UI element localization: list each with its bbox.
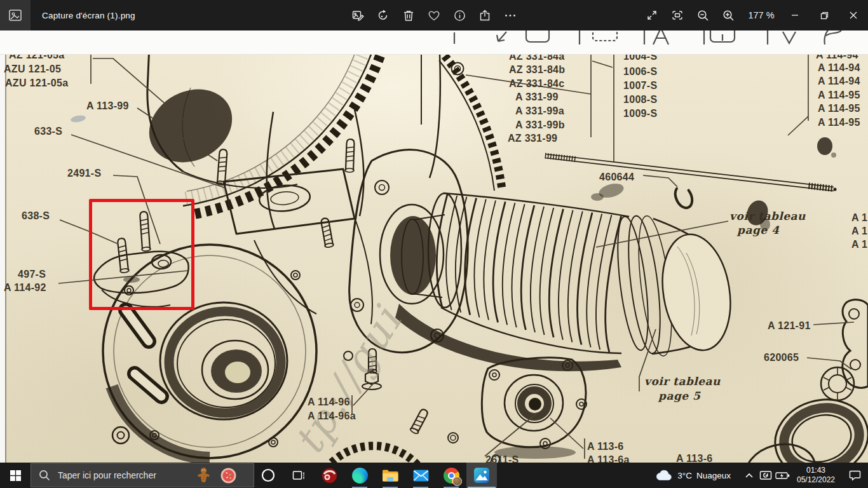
zoom-out-icon — [697, 10, 709, 22]
close-icon — [850, 11, 857, 19]
cropped-flag-icon — [824, 30, 841, 44]
start-button[interactable] — [0, 463, 31, 488]
cloud-icon — [656, 470, 673, 481]
notification-icon — [849, 470, 861, 481]
close-button[interactable] — [839, 0, 868, 30]
watermark-text: tp://gui — [285, 298, 412, 463]
window-title: Capture d'écran (1).png — [42, 0, 135, 30]
long-rod — [545, 153, 837, 192]
battery-charging-icon — [775, 471, 790, 480]
gingerbread-man-icon — [197, 467, 210, 484]
holiday-cookie-icon — [220, 467, 237, 484]
fit-to-window-icon — [671, 10, 684, 21]
file-explorer-icon — [382, 469, 398, 482]
taskbar-item-file-explorer[interactable] — [375, 463, 405, 488]
chrome-profile-avatar — [452, 477, 462, 486]
gasket — [843, 300, 868, 388]
restore-icon — [820, 11, 829, 20]
search-icon — [39, 470, 50, 481]
heart-icon — [428, 10, 440, 22]
show-hidden-icons-button[interactable] — [741, 463, 757, 488]
photos-app-window: Capture d'écran (1).png — [0, 0, 868, 488]
ellipsis-icon — [504, 10, 517, 22]
zoom-level: 177 % — [741, 10, 782, 20]
taskbar-item-browser-red[interactable] — [314, 463, 344, 488]
cropped-dropper-icon — [783, 32, 796, 43]
red-browser-icon — [322, 468, 337, 484]
zoom-out-button[interactable] — [690, 0, 715, 30]
taskbar-item-chrome[interactable] — [436, 463, 466, 488]
taskbar: 3°C Nuageux 01:43 05/12/2022 — [0, 463, 868, 488]
cropped-select-icon — [593, 30, 617, 41]
weather-condition: Nuageux — [696, 471, 731, 480]
tray-cast-display[interactable] — [757, 463, 774, 488]
taskbar-item-edge[interactable] — [344, 463, 375, 488]
taskbar-item-photos[interactable] — [466, 463, 497, 488]
cropped-shape-icon — [526, 30, 549, 42]
edit-image-button[interactable] — [345, 0, 370, 30]
image-embedded-toolbar — [0, 30, 868, 55]
delete-icon — [403, 10, 414, 22]
favorite-button[interactable] — [421, 0, 447, 30]
titlebar-toolbar — [345, 0, 523, 30]
rotate-icon — [377, 9, 390, 22]
windows-logo-icon — [10, 470, 21, 481]
minimize-icon — [791, 11, 799, 19]
taskbar-search[interactable] — [31, 463, 254, 487]
info-icon — [454, 10, 466, 22]
share-button[interactable] — [472, 0, 498, 30]
fullscreen-icon — [646, 10, 658, 21]
tray-battery[interactable] — [774, 463, 790, 488]
cropped-arrow-icon — [497, 32, 506, 41]
taskbar-item-mail[interactable] — [405, 463, 436, 488]
cylinder-threads — [437, 194, 621, 352]
view-controls: 177 % — [639, 0, 782, 30]
titlebar: Capture d'écran (1).png — [0, 0, 868, 30]
red-highlight-box — [89, 199, 194, 310]
edge-icon — [352, 468, 368, 484]
zoom-in-icon — [722, 10, 735, 22]
zoom-in-button[interactable] — [715, 0, 741, 30]
taskbar-weather[interactable]: 3°C Nuageux — [656, 470, 731, 481]
search-decorations[interactable] — [189, 467, 237, 484]
taskbar-clock[interactable]: 01:43 05/12/2022 — [790, 466, 841, 485]
fit-to-window-button[interactable] — [665, 0, 690, 30]
window-controls — [780, 0, 868, 30]
rotate-button[interactable] — [370, 0, 396, 30]
taskbar-item-task-view[interactable] — [283, 463, 314, 488]
image-viewer-canvas[interactable]: tp://gui — [0, 30, 868, 463]
more-options-button[interactable] — [498, 0, 523, 30]
mail-icon — [413, 470, 429, 482]
system-tray: 3°C Nuageux 01:43 05/12/2022 — [656, 463, 868, 488]
minimize-button[interactable] — [780, 0, 810, 30]
info-button[interactable] — [447, 0, 472, 30]
taskbar-item-cortana[interactable] — [253, 463, 283, 488]
cropped-text-icon — [653, 30, 668, 44]
photos-app-icon — [0, 0, 31, 30]
clock-time: 01:43 — [790, 466, 841, 475]
weather-temperature: 3°C — [677, 471, 692, 480]
photos-taskbar-icon — [473, 467, 490, 484]
restore-button[interactable] — [810, 0, 839, 30]
edit-image-icon — [352, 10, 364, 22]
cortana-icon — [261, 468, 275, 482]
share-icon — [479, 10, 491, 22]
delete-button[interactable] — [396, 0, 421, 30]
retaining-clip — [672, 184, 696, 211]
cast-display-icon — [759, 470, 772, 481]
task-view-icon — [292, 470, 306, 481]
action-center-button[interactable] — [841, 463, 868, 488]
clock-date: 05/12/2022 — [790, 475, 841, 485]
fullscreen-button[interactable] — [639, 0, 665, 30]
chevron-up-icon — [745, 472, 754, 478]
search-input[interactable] — [57, 470, 189, 481]
